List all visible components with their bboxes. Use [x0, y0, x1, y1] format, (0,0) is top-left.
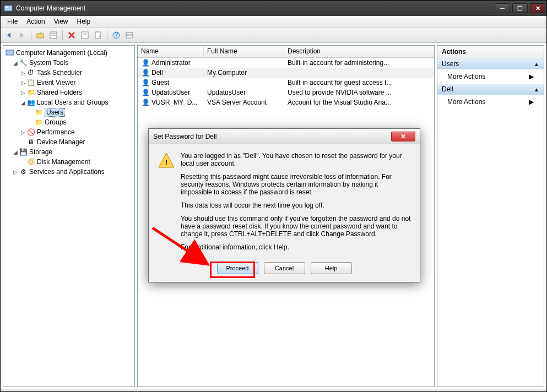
- device-icon: 🖥: [26, 138, 35, 146]
- dialog-title: Set Password for Dell: [153, 133, 216, 140]
- tree-event-viewer[interactable]: Event Viewer: [37, 79, 75, 86]
- user-icon: 👤: [141, 98, 150, 107]
- svg-rect-7: [83, 33, 87, 35]
- export-button[interactable]: [92, 29, 104, 41]
- tree-system-tools[interactable]: System Tools: [29, 59, 68, 67]
- menu-action[interactable]: Action: [22, 17, 49, 26]
- user-icon: 👤: [141, 78, 150, 87]
- window-title: Computer Management: [16, 4, 85, 12]
- toolbar: ?: [1, 28, 546, 43]
- list-row[interactable]: 👤VUSR_MY_D... VSA Server Account Account…: [138, 97, 434, 107]
- chevron-right-icon: ▶: [529, 98, 534, 106]
- user-icon: 👤: [141, 88, 150, 97]
- expand-icon[interactable]: ◢: [12, 149, 19, 155]
- svg-rect-2: [37, 34, 44, 38]
- list-view-button[interactable]: [123, 29, 136, 41]
- list-row[interactable]: 👤Administrator Built-in account for admi…: [138, 58, 434, 68]
- svg-rect-11: [126, 32, 133, 38]
- collapse-icon: ▲: [534, 86, 539, 92]
- svg-text:!: !: [165, 159, 167, 167]
- list-row[interactable]: 👤Dell My Computer: [138, 68, 434, 78]
- expand-icon[interactable]: ▷: [20, 70, 26, 76]
- tools-icon: 🔧: [19, 58, 28, 67]
- dialog-titlebar[interactable]: Set Password for Dell ✕: [149, 129, 420, 144]
- tree-performance[interactable]: Performance: [37, 128, 75, 136]
- event-icon: 📋: [26, 78, 35, 87]
- user-icon: 👤: [141, 58, 150, 67]
- expand-icon[interactable]: ◢: [12, 60, 19, 66]
- expand-icon[interactable]: ◢: [20, 100, 26, 106]
- tree-device-manager[interactable]: Device Manager: [37, 138, 85, 146]
- tree-users[interactable]: Users: [45, 108, 65, 117]
- maximize-button[interactable]: ☐: [512, 3, 528, 13]
- forward-button[interactable]: [16, 29, 28, 41]
- help-button[interactable]: Help: [311, 262, 352, 274]
- properties-button[interactable]: [47, 29, 59, 41]
- collapse-icon: ▲: [534, 61, 539, 67]
- tree-root[interactable]: Computer Management (Local): [16, 49, 107, 57]
- up-folder-button[interactable]: [34, 29, 46, 41]
- actions-more-users[interactable]: More Actions▶: [437, 69, 544, 84]
- delete-button[interactable]: [66, 29, 78, 41]
- actions-group-dell[interactable]: Dell▲: [437, 84, 544, 95]
- svg-text:?: ?: [115, 31, 118, 39]
- expand-icon[interactable]: ▷: [20, 90, 26, 96]
- list-row[interactable]: 👤UpdatusUser UpdatusUser Used to provide…: [138, 88, 434, 97]
- dialog-text: You are logged in as "Dell". You have ch…: [181, 152, 411, 257]
- svg-rect-1: [6, 7, 8, 8]
- menu-file[interactable]: File: [3, 17, 22, 26]
- close-button[interactable]: ✕: [530, 3, 545, 13]
- folder-icon: 📁: [34, 118, 43, 127]
- menu-view[interactable]: View: [50, 17, 73, 26]
- svg-rect-6: [82, 32, 88, 39]
- col-name[interactable]: Name: [138, 46, 204, 57]
- performance-icon: 🚫: [26, 128, 35, 137]
- tree-task-scheduler[interactable]: Task Scheduler: [37, 69, 82, 77]
- tree-storage[interactable]: Storage: [29, 148, 52, 156]
- actions-header: Actions: [437, 46, 544, 58]
- users-icon: 👥: [26, 98, 35, 107]
- folder-shared-icon: 📁: [26, 88, 35, 97]
- warning-icon: !: [158, 152, 175, 170]
- expand-icon[interactable]: ▷: [20, 80, 26, 86]
- refresh-button[interactable]: [79, 29, 91, 41]
- expand-icon[interactable]: ▷: [12, 169, 19, 175]
- window-titlebar: Computer Management ─ ☐ ✕: [1, 1, 546, 16]
- user-icon: 👤: [141, 68, 150, 77]
- menu-help[interactable]: Help: [73, 17, 95, 26]
- back-button[interactable]: [3, 29, 15, 41]
- help-button[interactable]: ?: [110, 29, 122, 41]
- expand-icon[interactable]: ▷: [20, 129, 26, 135]
- minimize-button[interactable]: ─: [495, 3, 510, 13]
- folder-icon: 📁: [34, 108, 43, 117]
- dialog-button-row: Proceed Cancel Help: [149, 262, 420, 274]
- cancel-button[interactable]: Cancel: [264, 262, 305, 274]
- list-header: Name Full Name Description: [138, 46, 434, 58]
- app-icon: [4, 4, 13, 13]
- storage-icon: 💾: [19, 148, 28, 156]
- proceed-button[interactable]: Proceed: [217, 262, 258, 274]
- list-row[interactable]: 👤Guest Built-in account for guest access…: [138, 78, 434, 88]
- actions-pane: Actions Users▲ More Actions▶ Dell▲ More …: [437, 45, 544, 387]
- computer-icon: [6, 48, 14, 57]
- menu-bar: File Action View Help: [1, 16, 546, 28]
- svg-rect-0: [4, 6, 12, 11]
- actions-more-dell[interactable]: More Actions▶: [437, 95, 544, 109]
- chevron-right-icon: ▶: [529, 73, 534, 80]
- actions-group-users[interactable]: Users▲: [437, 58, 544, 69]
- clock-icon: ⏱: [26, 68, 35, 77]
- tree-shared-folders[interactable]: Shared Folders: [37, 89, 82, 96]
- navigation-tree[interactable]: Computer Management (Local) ◢🔧System Too…: [3, 45, 135, 387]
- col-full-name[interactable]: Full Name: [204, 46, 284, 57]
- svg-rect-14: [6, 50, 14, 55]
- dialog-close-button[interactable]: ✕: [391, 132, 415, 141]
- services-icon: ⚙: [19, 167, 28, 176]
- tree-services-apps[interactable]: Services and Applications: [29, 168, 105, 176]
- tree-disk-management[interactable]: Disk Management: [37, 158, 90, 166]
- set-password-dialog: Set Password for Dell ✕ ! You are logged…: [148, 128, 420, 282]
- tree-local-users-groups[interactable]: Local Users and Groups: [37, 99, 108, 106]
- disk-icon: 📀: [26, 157, 35, 166]
- tree-groups[interactable]: Groups: [45, 118, 66, 126]
- col-description[interactable]: Description: [284, 46, 434, 57]
